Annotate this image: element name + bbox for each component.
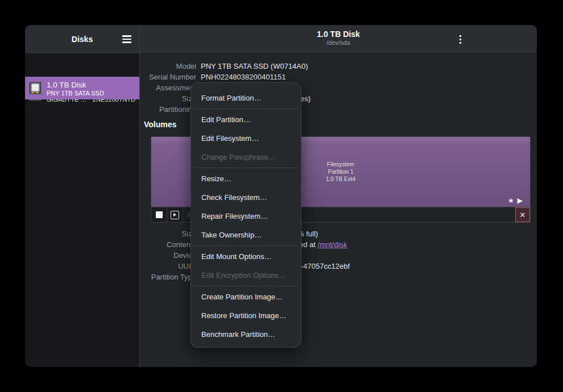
star-icon: ★ <box>508 197 518 205</box>
menu-item-check-filesystem[interactable]: Check Filesystem… <box>191 188 301 207</box>
menu-item-format-partition[interactable]: Format Partition… <box>191 89 301 107</box>
menu-item-resize[interactable]: Resize… <box>191 169 301 188</box>
row-value-fragment: -47057cc12ebf <box>301 261 350 272</box>
mount-point-link[interactable]: /mnt/disk <box>318 240 347 249</box>
kebab-menu-button[interactable] <box>452 31 468 47</box>
play-icon: ▶ <box>518 197 526 205</box>
menu-item-restore-partition-image[interactable]: Restore Partition Image… <box>191 306 301 325</box>
menu-item-edit-encryption-options: Edit Encryption Options… <box>191 266 301 285</box>
row-value-fragment: es) <box>300 93 311 104</box>
popover-arrow <box>186 210 191 220</box>
box-play-icon <box>171 211 179 219</box>
sidebar-headerbar: Disks <box>25 25 139 54</box>
menu-separator <box>194 245 297 246</box>
disk-item-text: 1.0 TB Disk PNY 1TB SATA SSD <box>47 80 135 97</box>
row-label: Size <box>140 93 196 104</box>
sidebar-item-disk-pny-selected[interactable]: 1.0 TB Disk PNY 1TB SATA SSD <box>25 77 139 99</box>
row-label: Partition Type <box>140 272 196 282</box>
row-label: Partitioning <box>140 104 196 115</box>
hamburger-menu-button[interactable] <box>119 31 135 47</box>
row-label: Size <box>140 228 196 239</box>
stop-square-icon <box>156 211 163 218</box>
sidebar: Disks 1.0 TB Disk GIGABYTE GP-… 2NE3100T… <box>25 25 140 367</box>
row-label: Contents <box>140 239 196 250</box>
drive-info-row-model: Model PNY 1TB SATA SSD (W0714A0) <box>140 61 537 72</box>
row-value: PNH02248038200401151 <box>201 72 285 82</box>
menu-separator <box>194 168 297 168</box>
partition-options-button[interactable] <box>167 207 183 222</box>
row-label: Device <box>140 250 196 261</box>
gnome-disks-window: Disks 1.0 TB Disk GIGABYTE GP-… 2NE3100T… <box>25 25 537 367</box>
menu-item-repair-filesystem[interactable]: Repair Filesystem… <box>191 207 301 226</box>
row-value-fragment: ed at <box>299 240 318 249</box>
row-label: Model <box>140 61 196 72</box>
sidebar-title: Disks <box>72 35 93 44</box>
partition-options-popover: Format Partition… Edit Partition… Edit F… <box>191 82 301 348</box>
menu-item-change-passphrase: Change Passphrase… <box>191 148 301 166</box>
menu-separator <box>194 109 297 109</box>
main-headerbar: 1.0 TB Disk /dev/sda <box>140 25 537 54</box>
volumes-heading: Volumes <box>144 120 176 129</box>
window-title: 1.0 TB Disk <box>140 25 537 39</box>
row-value: PNY 1TB SATA SSD (W0714A0) <box>201 61 308 72</box>
row-label: Serial Number <box>140 72 196 82</box>
disk-item-subtitle: PNY 1TB SATA SSD <box>47 90 104 97</box>
disk-drive-icon <box>29 82 42 94</box>
partition-emblems: ★▶ <box>508 197 526 205</box>
window-subtitle: /dev/sda <box>140 39 537 47</box>
menu-item-edit-filesystem[interactable]: Edit Filesystem… <box>191 129 301 148</box>
row-label: Assessment <box>140 82 196 93</box>
menu-item-take-ownership[interactable]: Take Ownership… <box>191 226 301 244</box>
close-x-icon: ✕ <box>520 211 526 219</box>
row-label: UUID <box>140 261 196 272</box>
delete-partition-button[interactable]: ✕ <box>515 207 530 222</box>
menu-item-create-partition-image[interactable]: Create Partition Image… <box>191 287 301 306</box>
disk-item-title: 1.0 TB Disk <box>47 81 86 89</box>
menu-item-edit-partition[interactable]: Edit Partition… <box>191 110 301 129</box>
drive-info-row-serial: Serial Number PNH02248038200401151 <box>140 72 537 82</box>
menu-item-edit-mount-options[interactable]: Edit Mount Options… <box>191 247 301 266</box>
menu-separator <box>194 286 297 286</box>
unmount-button[interactable] <box>151 207 167 222</box>
menu-item-benchmark-partition[interactable]: Benchmark Partition… <box>191 325 301 344</box>
